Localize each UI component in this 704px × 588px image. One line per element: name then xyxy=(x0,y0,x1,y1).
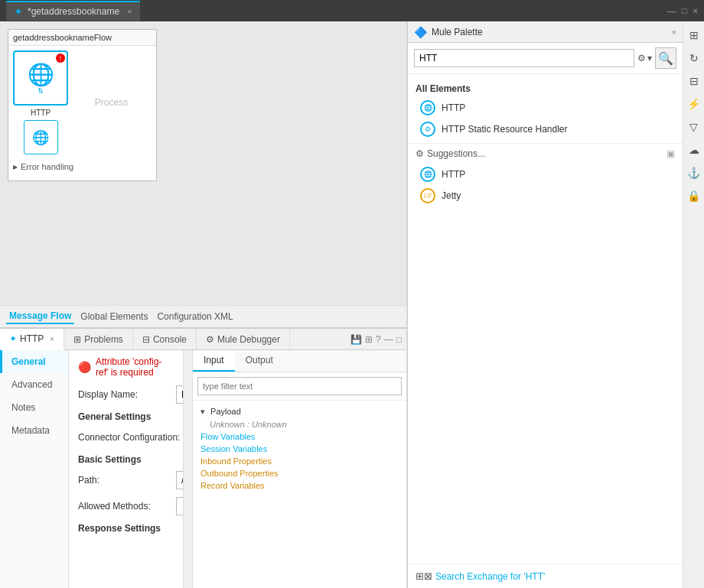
connector-config-label: Connector Configuration: xyxy=(78,432,183,443)
http-arrows-icon: ⇅ xyxy=(37,87,44,95)
io-tree-flow-vars[interactable]: Flow Variables xyxy=(197,430,402,443)
palette-globe-icon: 🔷 xyxy=(414,26,427,38)
http-tab-close[interactable]: × xyxy=(50,335,54,343)
http-suggestion-label: HTTP xyxy=(442,169,465,180)
sidebar-palette-icon[interactable]: ⊞ xyxy=(685,26,703,44)
main-container: getaddressbooknameFlow ! 🌐 ⇅ HTTP 🌐 xyxy=(0,21,704,588)
io-panel: Input Output ▾ Payload Unknown : Unknown… xyxy=(192,350,406,588)
nav-general[interactable]: General xyxy=(0,350,68,373)
sidebar-refresh-icon[interactable]: ↻ xyxy=(685,49,703,67)
maximize-toolbar-icon[interactable]: □ xyxy=(396,334,402,345)
io-filter-row xyxy=(193,372,406,401)
right-sidebar: ⊞ ↻ ⊟ ⚡ ▽ ☁ ⚓ 🔒 xyxy=(683,21,704,588)
http-item-icon: 🌐 xyxy=(420,100,435,115)
nav-metadata[interactable]: Metadata xyxy=(0,419,68,442)
close-button[interactable]: × xyxy=(693,6,698,15)
minimize-toolbar-icon[interactable]: — xyxy=(384,334,393,345)
editor-tab[interactable]: ✦ *getaddressbookname × xyxy=(6,1,140,21)
allowed-methods-label: Allowed Methods: xyxy=(78,501,170,512)
minimize-button[interactable]: — xyxy=(667,6,676,15)
display-name-row: Display Name: xyxy=(78,385,174,404)
tab-http-properties[interactable]: ✦ HTTP × xyxy=(0,329,64,350)
gear-chevron-icon: ▾ xyxy=(647,53,652,63)
grid-toolbar-icon[interactable]: ⊞ xyxy=(365,334,373,345)
tab-problems[interactable]: ⊞ Problems xyxy=(64,329,133,349)
tab-console[interactable]: ⊟ Console xyxy=(133,329,197,349)
path-input[interactable] xyxy=(176,471,183,489)
bottom-tabs: ✦ HTTP × ⊞ Problems ⊟ Console ⚙ Mule Deb… xyxy=(0,329,406,350)
io-tree-session-vars[interactable]: Session Variables xyxy=(197,443,402,455)
http-node[interactable]: ! 🌐 ⇅ xyxy=(13,50,68,106)
main-form: 🔴 Attribute 'config-ref' is required Dis… xyxy=(69,350,183,588)
suggestions-settings-icon[interactable]: ▣ xyxy=(667,148,675,159)
error-banner-icon: 🔴 xyxy=(78,361,91,373)
connector-config-row: Connector Configuration: + ✎ xyxy=(78,428,174,447)
search-exchange-link[interactable]: Search Exchange for 'HTT' xyxy=(435,571,545,582)
io-tab-input[interactable]: Input xyxy=(193,350,235,372)
io-tab-output[interactable]: Output xyxy=(235,350,284,372)
form-scrollbar[interactable] xyxy=(183,350,192,588)
payload-expand-icon: ▾ xyxy=(200,407,205,416)
flow-box-title: getaddressbooknameFlow xyxy=(8,30,156,46)
nav-advanced[interactable]: Advanced xyxy=(0,373,68,396)
tab-close-button[interactable]: × xyxy=(127,7,132,16)
palette-item-http-static[interactable]: ⚙ HTTP Static Resource Handler xyxy=(408,119,683,140)
bottom-panel: ✦ HTTP × ⊞ Problems ⊟ Console ⚙ Mule Deb… xyxy=(0,328,406,588)
jetty-item-label: Jetty xyxy=(442,190,461,201)
http-node-error-badge: ! xyxy=(56,54,65,63)
canvas-area: getaddressbooknameFlow ! 🌐 ⇅ HTTP 🌐 xyxy=(0,21,407,588)
payload-label: Payload xyxy=(210,407,241,416)
triangle-icon: ▶ xyxy=(13,164,18,171)
error-handling-row[interactable]: ▶ Error handling xyxy=(8,159,156,174)
palette-gear-button[interactable]: ⚙ ▾ xyxy=(637,53,652,63)
palette-item-http[interactable]: 🌐 HTTP xyxy=(408,97,683,119)
suggestions-title: Suggestions... xyxy=(427,148,485,159)
sidebar-connections-icon[interactable]: ⊟ xyxy=(685,72,703,90)
response-settings-title: Response Settings xyxy=(78,523,174,534)
sidebar-api-icon[interactable]: ☁ xyxy=(685,141,703,159)
palette-item-http-suggestion[interactable]: 🌐 HTTP xyxy=(408,164,683,185)
tab-global-elements[interactable]: Global Elements xyxy=(77,310,151,323)
palette-search-input[interactable] xyxy=(414,49,634,67)
sidebar-filter-icon[interactable]: ▽ xyxy=(685,118,703,136)
io-tree-outbound-props[interactable]: Outbound Properties xyxy=(197,467,402,479)
palette-search-row: ⚙ ▾ 🔍 xyxy=(408,43,683,74)
properties-panel: General Advanced Notes Metadata 🔴 Attrib… xyxy=(0,350,406,588)
sidebar-anchor-icon[interactable]: ⚓ xyxy=(685,164,703,182)
display-name-label: Display Name: xyxy=(78,389,170,400)
io-tree-inbound-props[interactable]: Inbound Properties xyxy=(197,455,402,467)
top-bar: ✦ *getaddressbookname × — □ × xyxy=(0,0,704,21)
path-row: Path: xyxy=(78,471,174,489)
nav-notes[interactable]: Notes xyxy=(0,396,68,419)
sidebar-power-icon[interactable]: ⚡ xyxy=(685,95,703,113)
save-toolbar-icon[interactable]: 💾 xyxy=(350,334,362,345)
problems-icon: ⊞ xyxy=(73,334,81,345)
palette-close-button[interactable]: × xyxy=(672,28,676,37)
http-small-globe-icon: 🌐 xyxy=(32,129,49,146)
basic-settings-title: Basic Settings xyxy=(78,454,174,465)
http-tab-icon: ✦ xyxy=(9,333,17,344)
jetty-item-icon: i:// xyxy=(420,188,435,203)
tab-configuration-xml[interactable]: Configuration XML xyxy=(154,310,236,323)
display-name-input[interactable] xyxy=(176,385,183,404)
flow-inner: ! 🌐 ⇅ HTTP 🌐 Process xyxy=(8,46,156,159)
bottom-toolbar: 💾 ⊞ ? — □ xyxy=(346,329,406,349)
http-static-item-icon: ⚙ xyxy=(420,122,435,137)
error-message: Attribute 'config-ref' is required xyxy=(96,356,174,378)
tab-label: *getaddressbookname xyxy=(28,6,119,17)
io-tree-record-vars[interactable]: Record Variables xyxy=(197,479,402,492)
console-icon: ⊟ xyxy=(142,334,150,345)
io-tree-payload[interactable]: ▾ Payload xyxy=(197,405,402,418)
flow-tabs-bar: Message Flow Global Elements Configurati… xyxy=(0,305,406,328)
palette-search-button[interactable]: 🔍 xyxy=(655,47,676,69)
suggestions-header: ⚙ Suggestions... ▣ xyxy=(408,143,683,164)
tab-mule-debugger[interactable]: ⚙ Mule Debugger xyxy=(197,329,290,349)
io-filter-input[interactable] xyxy=(197,377,402,395)
palette-item-jetty[interactable]: i:// Jetty xyxy=(408,185,683,206)
allowed-methods-input[interactable] xyxy=(176,497,183,515)
tab-message-flow[interactable]: Message Flow xyxy=(6,309,74,324)
help-toolbar-icon[interactable]: ? xyxy=(376,334,381,345)
http-node-small[interactable]: 🌐 xyxy=(24,120,58,154)
sidebar-lock-icon[interactable]: 🔒 xyxy=(685,187,703,205)
maximize-button[interactable]: □ xyxy=(682,6,687,15)
